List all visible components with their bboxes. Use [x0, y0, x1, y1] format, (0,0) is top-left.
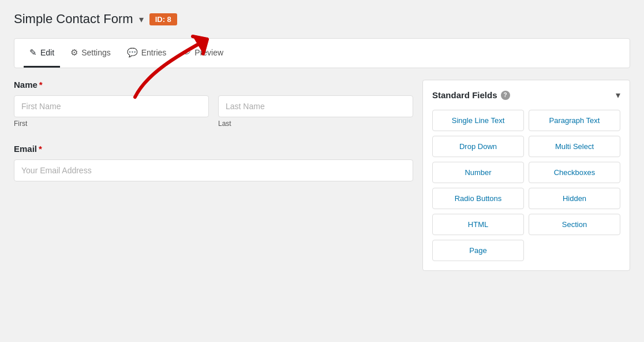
tab-edit-label: Edit: [40, 48, 54, 57]
main-area: Name* First Last Email*: [14, 68, 630, 271]
field-btn-radio-buttons[interactable]: Radio Buttons: [432, 188, 524, 209]
edit-icon: ✎: [29, 47, 37, 58]
tab-settings-label: Settings: [81, 48, 111, 57]
field-btn-section[interactable]: Section: [529, 214, 620, 235]
last-sublabel: Last: [218, 120, 413, 128]
email-input[interactable]: [14, 159, 413, 181]
form-panel: Name* First Last Email*: [14, 80, 413, 271]
sidebar-collapse-icon[interactable]: ▾: [616, 90, 620, 101]
field-btn-drop-down[interactable]: Drop Down: [432, 136, 524, 157]
email-label: Email*: [14, 144, 413, 154]
last-name-wrap: Last: [218, 95, 413, 128]
help-icon[interactable]: ?: [501, 91, 510, 100]
field-btn-paragraph-text[interactable]: Paragraph Text: [529, 110, 620, 131]
field-btn-single-line-text[interactable]: Single Line Text: [432, 110, 524, 131]
tabs-bar: ✎ Edit ⚙ Settings 💬 Entries 👁 Preview: [14, 38, 630, 68]
tab-edit[interactable]: ✎ Edit: [24, 39, 60, 68]
title-chevron-icon[interactable]: ▾: [139, 14, 144, 25]
field-btn-multi-select[interactable]: Multi Select: [529, 136, 620, 157]
first-name-input[interactable]: [14, 95, 209, 117]
sidebar: Standard Fields ? ▾ Single Line Text Par…: [422, 80, 630, 271]
field-btn-html[interactable]: HTML: [432, 214, 524, 235]
page-wrapper: Simple Contact Form ▾ ID: 8 ✎ Edit ⚙ Set…: [0, 0, 644, 342]
tab-preview[interactable]: 👁 Preview: [177, 39, 229, 67]
sidebar-header: Standard Fields ? ▾: [432, 90, 620, 101]
field-btn-hidden[interactable]: Hidden: [529, 188, 620, 209]
tab-entries[interactable]: 💬 Entries: [121, 39, 173, 68]
preview-icon: 👁: [182, 47, 191, 57]
id-badge: ID: 8: [149, 13, 177, 25]
entries-icon: 💬: [127, 47, 138, 58]
tab-preview-label: Preview: [194, 48, 223, 57]
name-inputs: First Last: [14, 95, 413, 128]
field-btn-number[interactable]: Number: [432, 162, 524, 183]
last-name-input[interactable]: [218, 95, 413, 117]
page-title: Simple Contact Form: [14, 12, 133, 27]
first-sublabel: First: [14, 120, 209, 128]
page-header: Simple Contact Form ▾ ID: 8: [14, 12, 630, 27]
email-field-group: Email*: [14, 144, 413, 181]
name-label: Name*: [14, 80, 413, 90]
field-btn-page[interactable]: Page: [432, 240, 524, 261]
first-name-wrap: First: [14, 95, 209, 128]
fields-grid: Single Line Text Paragraph Text Drop Dow…: [432, 110, 620, 261]
settings-icon: ⚙: [70, 47, 78, 58]
field-btn-checkboxes[interactable]: Checkboxes: [529, 162, 620, 183]
tab-settings[interactable]: ⚙ Settings: [65, 39, 117, 68]
name-field-group: Name* First Last: [14, 80, 413, 128]
sidebar-title: Standard Fields ?: [432, 90, 510, 100]
tab-entries-label: Entries: [141, 48, 167, 57]
